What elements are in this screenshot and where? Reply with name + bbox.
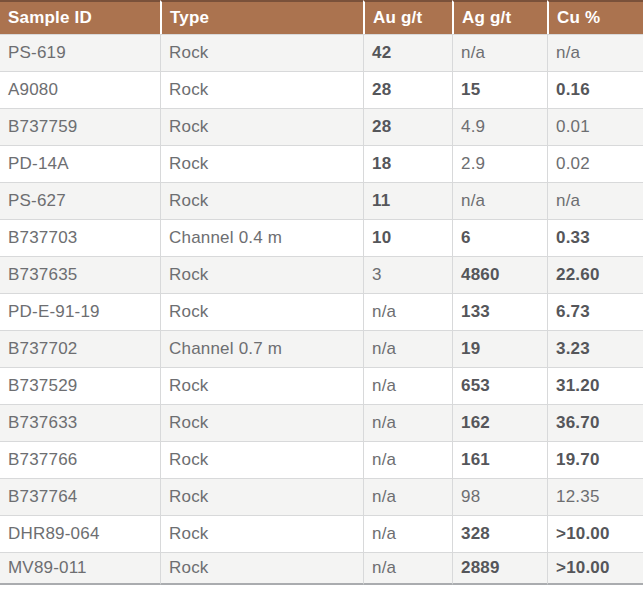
cell-sample-id: PD-E-91-19 [0, 293, 160, 330]
table-row: PD-14A Rock 18 2.9 0.02 [0, 145, 643, 182]
cell-au: 10 [363, 219, 452, 256]
table-row: MV89-011 Rock n/a 2889 >10.00 [0, 552, 643, 585]
cell-ag: 133 [452, 293, 547, 330]
cell-type: Channel 0.4 m [160, 219, 363, 256]
table-row: B737635 Rock 3 4860 22.60 [0, 256, 643, 293]
cell-type: Rock [160, 71, 363, 108]
table-header: Sample ID Type Au g/t Ag g/t Cu % [0, 0, 643, 34]
table-row: DHR89-064 Rock n/a 328 >10.00 [0, 515, 643, 552]
cell-cu: 36.70 [547, 404, 643, 441]
cell-ag: 4860 [452, 256, 547, 293]
cell-cu: 0.33 [547, 219, 643, 256]
cell-type: Rock [160, 145, 363, 182]
cell-sample-id: DHR89-064 [0, 515, 160, 552]
cell-ag: 653 [452, 367, 547, 404]
cell-sample-id: B737633 [0, 404, 160, 441]
cell-au: n/a [363, 515, 452, 552]
table-body: PS-619 Rock 42 n/a n/a A9080 Rock 28 15 … [0, 34, 643, 585]
cell-type: Rock [160, 108, 363, 145]
cell-ag: 6 [452, 219, 547, 256]
col-header-sample-id: Sample ID [0, 0, 160, 34]
cell-cu: n/a [547, 34, 643, 71]
cell-cu: 3.23 [547, 330, 643, 367]
cell-au: n/a [363, 404, 452, 441]
cell-sample-id: B737764 [0, 478, 160, 515]
cell-sample-id: PD-14A [0, 145, 160, 182]
cell-type: Rock [160, 515, 363, 552]
cell-sample-id: B737766 [0, 441, 160, 478]
cell-type: Rock [160, 182, 363, 219]
cell-cu: 0.02 [547, 145, 643, 182]
cell-au: 28 [363, 108, 452, 145]
table-row: B737759 Rock 28 4.9 0.01 [0, 108, 643, 145]
cell-cu: 0.16 [547, 71, 643, 108]
cell-cu: 0.01 [547, 108, 643, 145]
cell-type: Rock [160, 367, 363, 404]
cell-cu: >10.00 [547, 552, 643, 585]
cell-au: 28 [363, 71, 452, 108]
cell-au: n/a [363, 552, 452, 585]
table-row: PS-619 Rock 42 n/a n/a [0, 34, 643, 71]
col-header-au-gt: Au g/t [363, 0, 452, 34]
table-row: PD-E-91-19 Rock n/a 133 6.73 [0, 293, 643, 330]
table-row: B737702 Channel 0.7 m n/a 19 3.23 [0, 330, 643, 367]
cell-type: Rock [160, 404, 363, 441]
cell-sample-id: PS-627 [0, 182, 160, 219]
cell-sample-id: B737529 [0, 367, 160, 404]
cell-sample-id: B737703 [0, 219, 160, 256]
table-row: PS-627 Rock 11 n/a n/a [0, 182, 643, 219]
cell-sample-id: B737759 [0, 108, 160, 145]
cell-au: n/a [363, 367, 452, 404]
col-header-cu-pct: Cu % [547, 0, 643, 34]
cell-type: Rock [160, 441, 363, 478]
header-row: Sample ID Type Au g/t Ag g/t Cu % [0, 0, 643, 34]
cell-sample-id: B737635 [0, 256, 160, 293]
cell-ag: 161 [452, 441, 547, 478]
table-row: B737764 Rock n/a 98 12.35 [0, 478, 643, 515]
cell-au: n/a [363, 293, 452, 330]
cell-ag: 15 [452, 71, 547, 108]
cell-cu: >10.00 [547, 515, 643, 552]
cell-ag: 4.9 [452, 108, 547, 145]
cell-cu: 19.70 [547, 441, 643, 478]
col-header-type: Type [160, 0, 363, 34]
cell-cu: 12.35 [547, 478, 643, 515]
cell-ag: 19 [452, 330, 547, 367]
cell-au: 3 [363, 256, 452, 293]
cell-ag: 98 [452, 478, 547, 515]
table-row: B737529 Rock n/a 653 31.20 [0, 367, 643, 404]
cell-type: Rock [160, 34, 363, 71]
cell-sample-id: PS-619 [0, 34, 160, 71]
col-header-ag-gt: Ag g/t [452, 0, 547, 34]
cell-au: 18 [363, 145, 452, 182]
cell-sample-id: MV89-011 [0, 552, 160, 585]
cell-ag: 2.9 [452, 145, 547, 182]
table-row: B737766 Rock n/a 161 19.70 [0, 441, 643, 478]
cell-type: Rock [160, 478, 363, 515]
cell-cu: n/a [547, 182, 643, 219]
cell-cu: 22.60 [547, 256, 643, 293]
cell-type: Rock [160, 256, 363, 293]
cell-au: n/a [363, 478, 452, 515]
cell-ag: 2889 [452, 552, 547, 585]
cell-ag: 328 [452, 515, 547, 552]
cell-type: Channel 0.7 m [160, 330, 363, 367]
cell-cu: 6.73 [547, 293, 643, 330]
cell-cu: 31.20 [547, 367, 643, 404]
assay-results-table: Sample ID Type Au g/t Ag g/t Cu % PS-619… [0, 0, 643, 585]
table-row: B737703 Channel 0.4 m 10 6 0.33 [0, 219, 643, 256]
cell-type: Rock [160, 552, 363, 585]
cell-sample-id: B737702 [0, 330, 160, 367]
cell-au: 42 [363, 34, 452, 71]
cell-type: Rock [160, 293, 363, 330]
cell-ag: 162 [452, 404, 547, 441]
cell-au: n/a [363, 441, 452, 478]
table-row: B737633 Rock n/a 162 36.70 [0, 404, 643, 441]
cell-au: 11 [363, 182, 452, 219]
cell-sample-id: A9080 [0, 71, 160, 108]
cell-ag: n/a [452, 34, 547, 71]
cell-ag: n/a [452, 182, 547, 219]
cell-au: n/a [363, 330, 452, 367]
table-row: A9080 Rock 28 15 0.16 [0, 71, 643, 108]
